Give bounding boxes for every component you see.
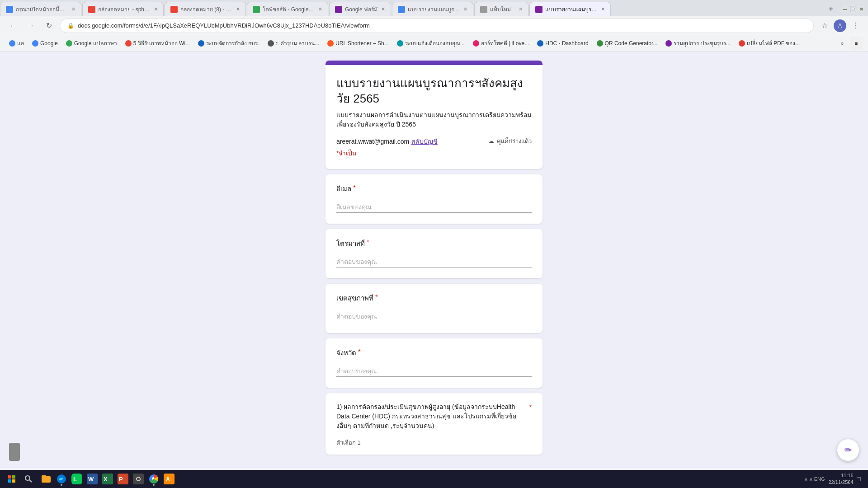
question-card-province: จังหวัด *	[326, 338, 542, 388]
question-label-email: อีเมล *	[336, 183, 532, 194]
svg-text:X: X	[104, 476, 108, 483]
question-card-q1: 1) ผลการคัดกรอง/ประเมินสุขภาพผู้สูงอายุ …	[326, 393, 542, 455]
form-subtitle: แบบรายงานผลการดำเนินงานตามแผนงานบูรณาการ…	[336, 110, 532, 129]
form-user-row: areerat.wiwat@gmail.com สลับบัญชี ☁ คู่แ…	[336, 136, 532, 146]
taskbar-settings[interactable]	[131, 472, 146, 486]
feedback-icon: !	[12, 451, 17, 453]
bookmark-12[interactable]: รามสุปการ ประชุมรุ่บร...	[662, 37, 734, 49]
cloud-icon: ☁	[488, 138, 494, 145]
form-email-container: areerat.wiwat@gmail.com สลับบัญชี	[336, 136, 438, 146]
pencil-icon: ✏	[844, 445, 852, 455]
svg-point-4	[25, 476, 30, 480]
bookmark-2[interactable]: Google	[28, 38, 61, 48]
svg-rect-17	[133, 474, 144, 484]
taskbar-chrome[interactable]	[146, 472, 161, 486]
svg-rect-1	[12, 475, 15, 479]
taskbar-file-explorer[interactable]	[39, 472, 53, 486]
bookmark-5[interactable]: ระบบจัดการกำลัง กบร.	[194, 37, 263, 49]
reload-button[interactable]: ↻	[42, 19, 56, 33]
taskbar-other-app[interactable]: A	[162, 472, 176, 486]
lock-icon: 🔒	[67, 23, 74, 29]
svg-rect-2	[8, 479, 11, 483]
bookmark-4[interactable]: 5 วิธีรับภาพหน้าจอ Wi...	[122, 37, 193, 49]
sys-icons: ∧ ∧ ENG	[804, 476, 825, 482]
minimize-button[interactable]: —	[842, 6, 848, 12]
form-header: แบบรายงานแผนบูรณาการฯสังคมสูงวัย 2565 แบ…	[326, 61, 542, 169]
svg-text:A: A	[166, 476, 170, 483]
taskbar-line[interactable]: L	[70, 472, 84, 486]
toolbar-actions: ☆ A ⋮	[817, 19, 863, 33]
back-button[interactable]: ←	[5, 19, 20, 33]
edit-fab[interactable]: ✏	[837, 439, 859, 461]
extensions-button[interactable]: ⋮	[848, 19, 863, 33]
svg-line-5	[29, 480, 32, 482]
bookmark-11[interactable]: QR Code Generator...	[593, 38, 661, 48]
close-button[interactable]: ✕	[858, 6, 864, 12]
form-email: areerat.wiwat@gmail.com	[336, 138, 409, 145]
svg-rect-0	[8, 475, 11, 479]
province-input[interactable]	[336, 366, 532, 377]
start-button[interactable]	[4, 471, 20, 487]
new-tab-button[interactable]: +	[824, 2, 838, 16]
question-card-email: อีเมล *	[326, 174, 542, 224]
question-label-q1: 1) ผลการคัดกรอง/ประเมินสุขภาพผู้สูงอายุ …	[336, 402, 532, 431]
svg-rect-6	[42, 476, 51, 483]
svg-text:P: P	[119, 476, 123, 483]
taskbar: L W X P	[0, 470, 868, 488]
district-input[interactable]	[336, 311, 532, 322]
bookmark-1[interactable]: แอ	[5, 37, 28, 49]
question-card-district: เขตสุขภาพที่ *	[326, 284, 542, 333]
bookmark-button[interactable]: ☆	[817, 19, 832, 33]
bookmark-9[interactable]: อาร์ทโพคดี | iLove...	[469, 37, 533, 49]
taskbar-word[interactable]: W	[85, 472, 99, 486]
trimester-input[interactable]	[336, 256, 532, 267]
question-label-district: เขตสุขภาพที่ *	[336, 293, 532, 304]
taskbar-sys-tray: ∧ ∧ ENG 11:16 22/11/2564 □	[801, 472, 864, 486]
tab-5[interactable]: Google ฟอร์มั ✕	[329, 2, 391, 16]
tab-1[interactable]: กรุณาเปิดหน้าจอนี้ตั้งให้ถือ... ✕	[0, 2, 81, 16]
maximize-button[interactable]: □	[850, 6, 856, 12]
feedback-button[interactable]: !	[9, 443, 20, 461]
tab-bar: กรุณาเปิดหน้าจอนี้ตั้งให้ถือ... ✕ กล่องจ…	[0, 0, 868, 16]
question-card-trimester: โตรมาสที่ *	[326, 229, 542, 278]
taskbar-excel[interactable]: X	[100, 472, 115, 486]
bookmark-8[interactable]: ระบบแจ้งเตือนองอบอุณ...	[393, 37, 468, 49]
more-bookmarks[interactable]: »	[837, 40, 847, 47]
toolbar: ← → ↻ 🔒 docs.google.com/forms/d/e/1FAlpQ…	[0, 16, 868, 35]
tab-3[interactable]: กล่องจดหมาย (8) - areerat... ✕	[165, 2, 246, 16]
form-header-card: แบบรายงานแผนบูรณาการฯสังคมสูงวัย 2565 แบ…	[326, 61, 542, 169]
taskbar-edge[interactable]	[54, 472, 69, 486]
switch-account-link[interactable]: สลับบัญชี	[411, 138, 438, 145]
restore-button[interactable]: ☁ คู่แค็ปร่างแด้ว	[488, 136, 532, 146]
tab-2[interactable]: กล่องจดหมาย - sphdb.moph... ✕	[82, 2, 164, 16]
taskbar-time: 11:16 22/11/2564	[828, 472, 853, 486]
bookmark-13[interactable]: เปลี่ยนไฟล์ PDF ของ...	[735, 37, 804, 49]
bookmark-3[interactable]: Google แปลภาษา	[62, 37, 121, 49]
notification-icon[interactable]: □	[857, 475, 861, 483]
tab-4[interactable]: โตพิซอส์ดิ - Google ไดรฟ์ ✕	[247, 2, 328, 16]
tab-7[interactable]: แท็บใหม่ ✕	[474, 2, 528, 16]
tab-8[interactable]: แบบรายงานแผนบูรณาการฯส... ✕	[529, 2, 611, 16]
q1-note: ตัวเลือก 1	[336, 438, 532, 447]
page-content: แบบรายงานแผนบูรณาการฯสังคมสูงวัย 2565 แบ…	[0, 52, 868, 488]
bookmark-7[interactable]: URL Shortener – Sh...	[324, 38, 392, 48]
bookmark-10[interactable]: HDC - Dashboard	[533, 38, 592, 48]
address-bar[interactable]: 🔒 docs.google.com/forms/d/e/1FAlpQLSaXeR…	[60, 19, 814, 33]
required-note: *จำเป็น	[336, 148, 532, 158]
taskbar-powerpoint[interactable]: P	[116, 472, 130, 486]
tab-6[interactable]: แบบรายงานแผนบูรณาการฯส... ✕	[392, 2, 473, 16]
bookmarks-bar: แอGoogleGoogle แปลภาษา5 วิธีรับภาพหน้าจอ…	[0, 35, 868, 52]
question-label-province: จังหวัด *	[336, 347, 532, 358]
question-label-trimester: โตรมาสที่ *	[336, 238, 532, 249]
address-bar-url: docs.google.com/forms/d/e/1FAlpQLSaXeREQ…	[78, 22, 370, 29]
taskbar-apps: L W X P	[39, 472, 176, 486]
email-input[interactable]	[336, 202, 532, 213]
form-title: แบบรายงานแผนบูรณาการฯสังคมสูงวัย 2565	[336, 76, 532, 107]
forward-button[interactable]: →	[24, 19, 38, 33]
search-taskbar-button[interactable]	[21, 472, 36, 486]
apps-button[interactable]: ≡	[850, 37, 863, 50]
profile-button[interactable]: A	[834, 19, 846, 32]
bookmark-6[interactable]: :: คำรุบน ลาบรน...	[264, 37, 323, 49]
browser-chrome: กรุณาเปิดหน้าจอนี้ตั้งให้ถือ... ✕ กล่องจ…	[0, 0, 868, 52]
svg-text:W: W	[88, 476, 94, 483]
